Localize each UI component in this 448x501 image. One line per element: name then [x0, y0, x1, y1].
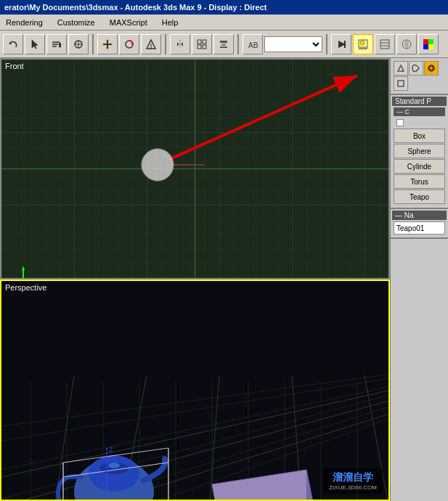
menu-bar: Rendering Customize MAXScript Help: [0, 15, 448, 30]
svg-rect-34: [380, 40, 389, 49]
viewports-container: Front: [0, 58, 390, 501]
name-input[interactable]: [394, 221, 445, 235]
play-button[interactable]: [331, 34, 351, 54]
nav-icons-section: [391, 58, 448, 95]
render-button[interactable]: [353, 34, 373, 54]
torus-button[interactable]: Torus: [394, 174, 445, 189]
svg-marker-15: [131, 42, 133, 45]
title-bar: erator\My Documents\3dsmax - Autodesk 3d…: [0, 0, 448, 15]
svg-rect-40: [423, 44, 428, 49]
svg-rect-41: [428, 44, 433, 49]
svg-rect-22: [203, 40, 206, 44]
front-grid: [1, 60, 388, 278]
title-text: erator\My Documents\3dsmax - Autodesk 3d…: [4, 3, 266, 12]
menu-maxscript[interactable]: MAXScript: [107, 17, 150, 28]
select-by-name[interactable]: [46, 34, 67, 54]
svg-rect-59: [1, 281, 388, 500]
name-header: — Na: [392, 211, 447, 220]
svg-rect-2: [52, 44, 58, 45]
menu-rendering[interactable]: Rendering: [3, 17, 46, 28]
svg-rect-30: [344, 41, 346, 48]
viewport-perspective[interactable]: Perspective: [0, 280, 390, 501]
teapot-button[interactable]: Teapo: [394, 190, 445, 204]
nav-icon-sphere[interactable]: [424, 61, 439, 76]
svg-marker-111: [398, 65, 404, 71]
modifier-dropdown[interactable]: [264, 36, 322, 52]
svg-rect-26: [221, 44, 226, 46]
viewport-perspective-label: Perspective: [5, 283, 46, 292]
svg-rect-27: [220, 46, 227, 48]
select-button[interactable]: [25, 34, 45, 54]
standard-primitives-header: Standard P: [392, 97, 447, 106]
sphere-button[interactable]: Sphere: [394, 144, 445, 158]
separator-4: [326, 34, 327, 54]
nav-icon-1[interactable]: [394, 61, 408, 76]
name-section: — Na: [391, 209, 448, 239]
array-button[interactable]: [192, 34, 212, 54]
standard-primitives-label: Standard P: [395, 97, 431, 105]
move-button[interactable]: [97, 34, 118, 54]
rotate-button[interactable]: [119, 34, 139, 54]
section-label-1: — C: [396, 108, 410, 115]
nav-icon-4[interactable]: [394, 76, 408, 91]
watermark-url: ZIXUE.3D66.COM: [329, 484, 377, 491]
svg-rect-25: [220, 41, 227, 43]
menu-help[interactable]: Help: [159, 17, 182, 28]
svg-point-113: [428, 67, 434, 70]
svg-rect-23: [197, 45, 201, 49]
menu-customize[interactable]: Customize: [54, 17, 98, 28]
undo-button[interactable]: [3, 34, 23, 54]
svg-marker-11: [106, 47, 109, 49]
svg-rect-3: [52, 46, 57, 47]
render-type[interactable]: [396, 34, 417, 54]
svg-marker-12: [102, 43, 105, 46]
svg-rect-115: [398, 81, 404, 86]
render-settings[interactable]: [375, 34, 395, 54]
standard-primitives-section: Standard P — C Box Sphere Cylinde Torus …: [391, 95, 448, 209]
svg-point-91: [108, 463, 120, 468]
svg-text:ABC: ABC: [248, 41, 258, 49]
scale-button[interactable]: [141, 34, 161, 54]
svg-point-32: [360, 41, 364, 45]
separator-1: [92, 34, 94, 54]
svg-rect-39: [428, 39, 433, 44]
svg-rect-1: [52, 41, 60, 43]
nav-icon-2[interactable]: [409, 61, 423, 76]
primitives-controls: — C Box Sphere Cylinde Torus Teapo: [392, 106, 447, 206]
svg-point-114: [430, 65, 433, 71]
svg-marker-0: [32, 40, 38, 49]
svg-text:Z: Z: [109, 446, 113, 453]
svg-rect-21: [197, 40, 201, 44]
svg-marker-19: [177, 42, 179, 46]
object-type-header: — C: [394, 107, 445, 116]
viewport-front-label: Front: [5, 62, 24, 70]
select-filter[interactable]: [68, 34, 89, 54]
text-button[interactable]: ABC: [243, 34, 263, 54]
svg-rect-33: [359, 48, 367, 49]
mirror-button[interactable]: [170, 34, 190, 54]
watermark: 溜溜自学 ZIXUE.3D66.COM: [323, 468, 383, 494]
autogrid-row: [394, 118, 445, 128]
right-panel: Standard P — C Box Sphere Cylinde Torus …: [390, 58, 448, 501]
svg-marker-4: [59, 43, 61, 48]
svg-marker-20: [181, 42, 183, 46]
main-area: Front: [0, 58, 448, 501]
cylinder-button[interactable]: Cylinde: [394, 159, 445, 174]
viewport-front[interactable]: Front: [0, 58, 390, 280]
separator-3: [237, 34, 239, 54]
nav-icons: [392, 60, 447, 92]
name-label: — Na: [395, 211, 414, 219]
svg-rect-38: [423, 39, 428, 44]
color-palette[interactable]: [418, 34, 439, 54]
separator-2: [165, 34, 166, 54]
box-button[interactable]: Box: [394, 129, 445, 143]
toolbar: ABC: [0, 30, 448, 58]
svg-marker-10: [106, 39, 109, 41]
perspective-scene: X Y Z Z: [1, 281, 388, 500]
svg-rect-24: [203, 45, 206, 49]
svg-marker-13: [110, 43, 113, 46]
svg-point-112: [428, 65, 434, 71]
watermark-logo: 溜溜自学: [333, 471, 373, 484]
align-button[interactable]: [213, 34, 234, 54]
autogrid-checkbox[interactable]: [396, 119, 404, 126]
